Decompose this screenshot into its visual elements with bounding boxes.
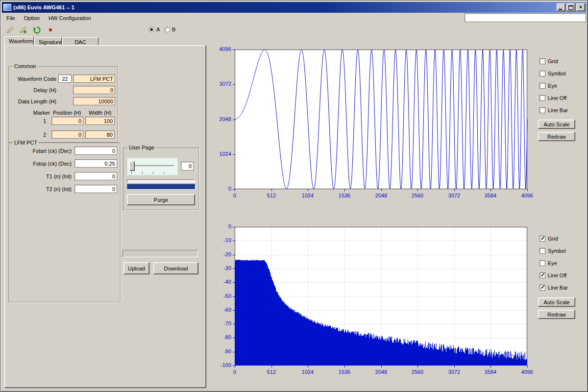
bottom-eye-checkbox[interactable]: Eye — [539, 260, 557, 266]
top-eye-box — [539, 83, 545, 89]
upload-button[interactable]: Upload — [123, 262, 149, 274]
bottom-grid-label: Grid — [548, 236, 558, 242]
menu-item-option[interactable]: Option — [20, 14, 44, 23]
top-grid-label: Grid — [548, 58, 558, 64]
slider-ticks — [131, 172, 173, 174]
transfer-status-bar — [122, 250, 198, 257]
maximize-button[interactable] — [566, 3, 575, 11]
progress-bar-filled — [127, 184, 196, 190]
radio-b-circle — [165, 27, 170, 32]
bottom-auto-scale-button[interactable]: Auto Scale — [538, 297, 575, 307]
bottom-grid-checkbox[interactable]: Grid — [539, 236, 558, 242]
bottom-line-bar-box — [539, 285, 545, 291]
bottom-line-bar-label: Line Bar — [548, 285, 568, 291]
maximize-icon — [568, 5, 573, 10]
tab-signature[interactable]: Signature — [34, 37, 62, 46]
user-page-value-field[interactable] — [181, 162, 194, 171]
bottom-eye-label: Eye — [548, 260, 557, 266]
menu-item-file[interactable]: File — [2, 14, 20, 23]
bottom-eye-box — [539, 260, 545, 266]
fstart-field[interactable] — [74, 147, 117, 155]
slider-thumb[interactable] — [129, 161, 135, 171]
top-auto-scale-button[interactable]: Auto Scale — [538, 120, 575, 129]
bottom-grid-box — [539, 236, 545, 242]
common-group: Common Waveform Code Delay (H) Data Leng… — [8, 66, 118, 143]
menu-textbox[interactable] — [465, 13, 586, 22]
close-button[interactable]: × — [576, 3, 585, 11]
top-eye-label: Eye — [548, 83, 557, 89]
bottom-line-off-box — [539, 272, 545, 278]
top-grid-box — [539, 58, 545, 64]
edit-waveform-button[interactable] — [5, 24, 16, 35]
refresh-icon — [33, 26, 41, 34]
waveform-name-field[interactable] — [73, 74, 115, 83]
delay-label: Delay (H) — [11, 87, 56, 93]
marker-1-label: 1 — [39, 118, 46, 124]
purge-button[interactable]: Purge — [127, 194, 195, 205]
user-page-group-title: User Page — [127, 145, 156, 150]
marker-2-position-field[interactable] — [51, 130, 83, 139]
download-button[interactable]: Download — [153, 262, 198, 274]
fstop-label: Fstop (ck) (Dec) — [11, 161, 72, 167]
close-icon: × — [579, 5, 582, 10]
top-redraw-button[interactable]: Redraw — [538, 132, 575, 141]
top-line-bar-label: Line Bar — [548, 107, 568, 113]
t1-field[interactable] — [74, 172, 117, 180]
titlebar[interactable]: (x86) Euvis AWG461 -- 1 × — [2, 2, 587, 13]
app-window: (x86) Euvis AWG461 -- 1 × File Option HW… — [0, 0, 588, 392]
top-line-off-checkbox[interactable]: Line Off — [539, 95, 566, 101]
bottom-symbol-label: Symbol — [548, 248, 566, 254]
top-line-off-label: Line Off — [548, 95, 566, 101]
lfm-pct-group-title: LFM PCT — [13, 140, 39, 146]
t1-label: T1 (n) (Int) — [11, 173, 72, 179]
waveform-chart — [211, 44, 535, 205]
edit-apply-button[interactable] — [18, 24, 28, 35]
fstart-label: Fstart (ck) (Dec) — [11, 148, 72, 154]
t2-field[interactable] — [74, 185, 117, 193]
user-page-slider[interactable] — [127, 158, 178, 175]
top-line-bar-checkbox[interactable]: Line Bar — [539, 107, 568, 113]
channel-b-radio[interactable]: B — [165, 26, 175, 32]
refresh-button[interactable] — [31, 24, 42, 35]
slider-track[interactable] — [130, 165, 174, 167]
minimize-icon — [559, 9, 562, 10]
width-header: Width (H) — [89, 110, 111, 116]
user-page-group: User Page Purge — [123, 147, 199, 210]
top-symbol-checkbox[interactable]: Symbol — [539, 71, 566, 76]
fstop-field[interactable] — [74, 159, 117, 168]
waveform-code-field[interactable] — [58, 74, 72, 83]
bottom-symbol-box — [539, 248, 545, 254]
tab-dac-control[interactable]: DAC Control — [62, 37, 98, 46]
data-length-label: Data Length (H) — [11, 98, 56, 104]
radio-a-circle — [149, 27, 154, 32]
data-length-field[interactable] — [73, 97, 115, 105]
spectrum-chart — [211, 221, 535, 379]
bottom-symbol-checkbox[interactable]: Symbol — [539, 248, 566, 254]
marker-1-width-field[interactable] — [85, 117, 115, 125]
top-symbol-box — [539, 71, 545, 76]
top-grid-checkbox[interactable]: Grid — [539, 58, 558, 64]
bottom-redraw-button[interactable]: Redraw — [538, 310, 575, 319]
marker-2-label: 2 — [39, 132, 46, 138]
waveform-code-label: Waveform Code — [11, 76, 56, 82]
bottom-line-off-checkbox[interactable]: Line Off — [539, 272, 566, 278]
top-eye-checkbox[interactable]: Eye — [539, 83, 557, 89]
position-header: Position (H) — [53, 110, 81, 116]
toolbar: A B — [2, 24, 587, 36]
minimize-button[interactable] — [557, 3, 565, 11]
t2-label: T2 (n) (Int) — [11, 186, 72, 192]
delay-field[interactable] — [73, 86, 115, 94]
top-symbol-label: Symbol — [548, 71, 566, 76]
menu-item-hw-configuration[interactable]: HW Configuration — [44, 14, 96, 23]
marker-2-width-field[interactable] — [85, 130, 115, 139]
marker-label: Marker — [28, 110, 50, 116]
marker-1-position-field[interactable] — [51, 117, 83, 125]
window-title: (x86) Euvis AWG461 -- 1 — [13, 4, 556, 10]
stop-button[interactable] — [45, 24, 56, 35]
tab-waveform[interactable]: Waveform — [4, 36, 34, 46]
bottom-line-off-label: Line Off — [548, 272, 566, 278]
bottom-line-bar-checkbox[interactable]: Line Bar — [539, 285, 568, 291]
channel-a-radio[interactable]: A — [149, 26, 160, 32]
top-line-bar-box — [539, 107, 545, 113]
pencil-icon — [6, 26, 14, 34]
